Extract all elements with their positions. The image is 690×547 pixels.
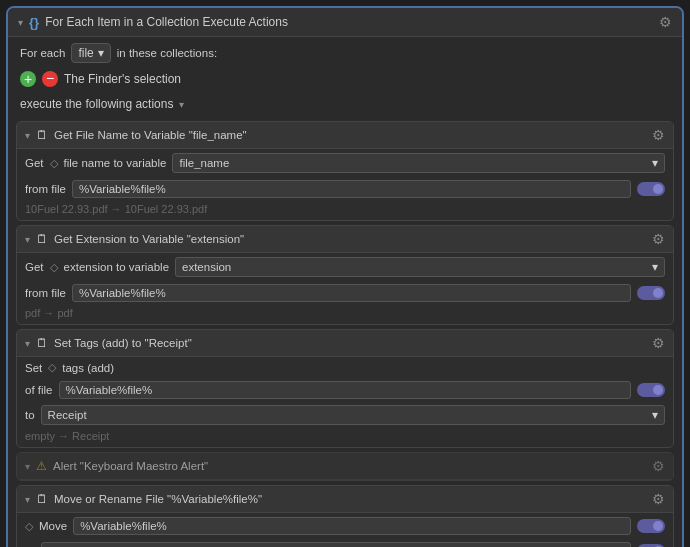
warning-triangle-icon: ⚠ <box>36 459 47 473</box>
collapse-icon[interactable]: ▾ <box>18 17 23 28</box>
action-alert: ▾ ⚠ Alert "Keyboard Maestro Alert" ⚙ <box>16 452 674 481</box>
action-header-move-rename: ▾ 🗒 Move or Rename File "%Variable%file%… <box>17 486 673 513</box>
action-row-extension: Get ◇ extension to variable extension ▾ <box>17 253 673 281</box>
field-label-1: extension to variable <box>64 261 169 273</box>
action-gear-icon-4[interactable]: ⚙ <box>652 491 665 507</box>
action-row-set-tags: Set ◇ tags (add) <box>17 357 673 378</box>
add-collection-button[interactable]: + <box>20 71 36 87</box>
variable-dropdown-1[interactable]: extension ▾ <box>175 257 665 277</box>
to-dropdown[interactable]: Receipt ▾ <box>41 405 665 425</box>
get-label-0: Get <box>25 157 44 169</box>
action-get-extension: ▾ 🗒 Get Extension to Variable "extension… <box>16 225 674 325</box>
from-label-1: from file <box>25 287 66 299</box>
settings-gear-icon[interactable]: ⚙ <box>659 14 672 30</box>
to-label: to <box>25 409 35 421</box>
preview-row-1: pdf → pdf <box>17 305 673 324</box>
from-file-row-0: from file %Variable%file% <box>17 177 673 201</box>
cycle-icon-0[interactable]: ◇ <box>50 157 58 170</box>
field-label-0: file name to variable <box>64 157 167 169</box>
of-file-row: of file %Variable%file% <box>17 378 673 402</box>
action-gear-icon-1[interactable]: ⚙ <box>652 231 665 247</box>
action-title-move-rename: Move or Rename File "%Variable%file%" <box>54 493 262 505</box>
of-file-input[interactable]: %Variable%file% <box>59 381 632 399</box>
title-bar: ▾ {} For Each Item in a Collection Execu… <box>8 8 682 37</box>
preview-row-0: 10Fuel 22.93.pdf → 10Fuel 22.93.pdf <box>17 201 673 220</box>
action-title-get-extension: Get Extension to Variable "extension" <box>54 233 244 245</box>
main-container: ▾ {} For Each Item in a Collection Execu… <box>6 6 684 547</box>
file-doc-icon-2: 🗒 <box>36 336 48 350</box>
action-set-tags: ▾ 🗒 Set Tags (add) to "Receipt" ⚙ Set ◇ … <box>16 329 674 448</box>
move-row: ◇ Move %Variable%file% <box>17 513 673 539</box>
action-get-file-name: ▾ 🗒 Get File Name to Variable "file_name… <box>16 121 674 221</box>
move-to-input[interactable]: ~/Library/Mobile Documents/com~apple~Clo… <box>41 542 631 547</box>
from-label-0: from file <box>25 183 66 195</box>
toggle-2[interactable] <box>637 383 665 397</box>
collection-row: + − The Finder's selection <box>8 69 682 93</box>
title-left: ▾ {} For Each Item in a Collection Execu… <box>18 15 288 30</box>
cycle-icon-1[interactable]: ◇ <box>50 261 58 274</box>
cycle-icon-4[interactable]: ◇ <box>25 520 33 533</box>
action-collapse-icon[interactable]: ▾ <box>25 130 30 141</box>
action-gear-icon-0[interactable]: ⚙ <box>652 127 665 143</box>
action-collapse-icon-3[interactable]: ▾ <box>25 461 30 472</box>
toggle-4a[interactable] <box>637 519 665 533</box>
preview-text-1: pdf → pdf <box>25 307 73 319</box>
toggle-1[interactable] <box>637 286 665 300</box>
action-move-rename: ▾ 🗒 Move or Rename File "%Variable%file%… <box>16 485 674 547</box>
execute-row: execute the following actions ▾ <box>8 93 682 117</box>
file-doc-icon-4: 🗒 <box>36 492 48 506</box>
from-file-row-1: from file %Variable%file% <box>17 281 673 305</box>
action-gear-icon-3[interactable]: ⚙ <box>652 458 665 474</box>
move-to-row: to ~/Library/Mobile Documents/com~apple~… <box>17 539 673 547</box>
file-doc-icon-1: 🗒 <box>36 232 48 246</box>
file-doc-icon: 🗒 <box>36 128 48 142</box>
execute-label: execute the following actions <box>20 97 173 111</box>
action-title-get-file-name: Get File Name to Variable "file_name" <box>54 129 247 141</box>
foreach-dropdown[interactable]: file ▾ <box>71 43 110 63</box>
action-header-get-extension: ▾ 🗒 Get Extension to Variable "extension… <box>17 226 673 253</box>
variable-dropdown-0[interactable]: file_name ▾ <box>172 153 665 173</box>
collection-icon: {} <box>29 15 39 30</box>
foreach-label: For each <box>20 47 65 59</box>
action-row-get-label: Get ◇ file name to variable file_name ▾ <box>17 149 673 177</box>
action-collapse-icon-2[interactable]: ▾ <box>25 338 30 349</box>
from-input-0[interactable]: %Variable%file% <box>72 180 631 198</box>
toggle-0[interactable] <box>637 182 665 196</box>
action-collapse-icon-1[interactable]: ▾ <box>25 234 30 245</box>
of-file-label: of file <box>25 384 53 396</box>
field-label-2: tags (add) <box>62 362 114 374</box>
preview-text-2: empty → Receipt <box>25 430 109 442</box>
set-label: Set <box>25 362 42 374</box>
cycle-icon-2[interactable]: ◇ <box>48 361 56 374</box>
finder-selection-label: The Finder's selection <box>64 72 181 86</box>
action-collapse-icon-4[interactable]: ▾ <box>25 494 30 505</box>
window-title: For Each Item in a Collection Execute Ac… <box>45 15 288 29</box>
preview-text-0: 10Fuel 22.93.pdf → 10Fuel 22.93.pdf <box>25 203 207 215</box>
action-title-alert: Alert "Keyboard Maestro Alert" <box>53 460 208 472</box>
to-row: to Receipt ▾ <box>17 402 673 428</box>
preview-row-2: empty → Receipt <box>17 428 673 447</box>
action-gear-icon-2[interactable]: ⚙ <box>652 335 665 351</box>
get-label-1: Get <box>25 261 44 273</box>
action-header-alert: ▾ ⚠ Alert "Keyboard Maestro Alert" ⚙ <box>17 453 673 480</box>
remove-collection-button[interactable]: − <box>42 71 58 87</box>
move-label: Move <box>39 520 67 532</box>
move-input[interactable]: %Variable%file% <box>73 517 631 535</box>
execute-dropdown-icon[interactable]: ▾ <box>179 99 184 110</box>
action-header-set-tags: ▾ 🗒 Set Tags (add) to "Receipt" ⚙ <box>17 330 673 357</box>
action-header-get-file-name: ▾ 🗒 Get File Name to Variable "file_name… <box>17 122 673 149</box>
action-title-set-tags: Set Tags (add) to "Receipt" <box>54 337 192 349</box>
foreach-row: For each file ▾ in these collections: <box>8 37 682 69</box>
from-input-1[interactable]: %Variable%file% <box>72 284 631 302</box>
in-collections-label: in these collections: <box>117 47 217 59</box>
